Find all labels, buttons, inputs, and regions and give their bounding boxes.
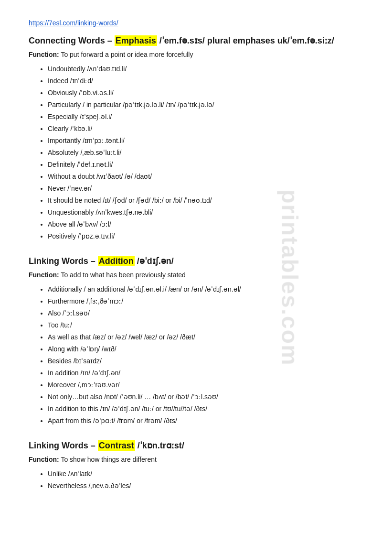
list-contrast: Unlike /ʌnˈlaɪk/Nevertheless /ˌnev.ə.ðəˈ… <box>29 469 363 491</box>
function-line-contrast: Function: To show how things are differe… <box>29 456 363 463</box>
title-before-addition: Linking Words – <box>29 256 98 266</box>
list-item: As well as that /æz/ or /əz/ /wel/ /æz/ … <box>48 332 363 342</box>
function-text-addition: To add to what has been previously state… <box>59 271 186 279</box>
section-title-contrast: Linking Words – Contrast /ˈkɒn.trɑːst/ <box>29 440 363 451</box>
list-item: Too /tuː/ <box>48 320 363 330</box>
list-item: Particularly / in particular /pəˈtɪk.jə.… <box>48 100 363 110</box>
list-item: Not only…but also /nɒt/ /ˈəʊn.li/ … /bʌt… <box>48 392 363 402</box>
list-item: Definitely /ˈdef.ɪ.nət.li/ <box>48 160 363 170</box>
title-after-emphasis: /ˈem.fə.sɪs/ plural emphases uk/ˈem.fə.s… <box>157 36 334 45</box>
list-item: Moreover /ˌmɔːˈrəʊ.vər/ <box>48 380 363 390</box>
title-after-contrast: /ˈkɒn.trɑːst/ <box>135 441 184 450</box>
function-line-addition: Function: To add to what has been previo… <box>29 271 363 279</box>
function-label-addition: Function: <box>29 271 59 279</box>
list-item: Additionally / an additional /əˈdɪʃ.ən.ə… <box>48 284 363 294</box>
list-item: Above all /əˈbʌv/ /ɔːl/ <box>48 219 363 229</box>
list-item: Never /ˈnev.ər/ <box>48 184 363 194</box>
source-link[interactable]: https://7esl.com/linking-words/ <box>29 19 118 27</box>
list-addition: Additionally / an additional /əˈdɪʃ.ən.ə… <box>29 284 363 426</box>
list-item: It should be noted /ɪt/ /ʃʊd/ or /ʃəd/ /… <box>48 196 363 206</box>
section-title-addition: Linking Words – Addition /əˈdɪʃ.ən/ <box>29 256 363 266</box>
list-item: Also /ˈɔːl.səʊ/ <box>48 308 363 318</box>
list-item: In addition to this /ɪn/ /əˈdɪʃ.ən/ /tuː… <box>48 404 363 414</box>
list-item: Besides /bɪˈsaɪdz/ <box>48 356 363 366</box>
list-item: Furthermore /ˌfɜːˌðəˈmɔː/ <box>48 296 363 306</box>
function-label-emphasis: Function: <box>29 51 59 58</box>
list-item: Nevertheless /ˌnev.ə.ðəˈles/ <box>48 481 363 491</box>
title-highlight-contrast: Contrast <box>98 440 135 451</box>
list-emphasis: Undoubtedly /ʌnˈdaʊ.tɪd.li/Indeed /ɪnˈdi… <box>29 64 363 241</box>
section-title-emphasis: Connecting Words – Emphasis /ˈem.fə.sɪs/… <box>29 35 363 46</box>
list-item: Unlike /ʌnˈlaɪk/ <box>48 469 363 479</box>
source-link-container: https://7esl.com/linking-words/ <box>29 19 363 27</box>
list-item: Importantly /ɪmˈpɔː.tənt.li/ <box>48 136 363 146</box>
title-before-contrast: Linking Words – <box>29 441 98 450</box>
section-contrast: Linking Words – Contrast /ˈkɒn.trɑːst/Fu… <box>29 440 363 491</box>
function-text-emphasis: To put forward a point or idea more forc… <box>59 51 193 58</box>
list-item: Apart from this /əˈpɑːt/ /frɒm/ or /frəm… <box>48 416 363 426</box>
function-line-emphasis: Function: To put forward a point or idea… <box>29 51 363 58</box>
list-item: Unquestionably /ʌnˈkwes.tʃə.nə.bli/ <box>48 207 363 218</box>
title-highlight-emphasis: Emphasis <box>115 35 157 46</box>
function-label-contrast: Function: <box>29 456 59 463</box>
list-item: Clearly /ˈklɪə.li/ <box>48 124 363 134</box>
list-item: Undoubtedly /ʌnˈdaʊ.tɪd.li/ <box>48 64 363 74</box>
list-item: Positively /ˈpɒz.ə.tɪv.li/ <box>48 231 363 241</box>
title-highlight-addition: Addition <box>98 256 135 266</box>
title-before-emphasis: Connecting Words – <box>29 36 115 45</box>
list-item: Without a doubt /wɪˈðaʊt/ /ə/ /daʊt/ <box>48 172 363 182</box>
section-addition: Linking Words – Addition /əˈdɪʃ.ən/Funct… <box>29 256 363 426</box>
list-item: In addition /ɪn/ /əˈdɪʃ.ən/ <box>48 368 363 378</box>
title-after-addition: /əˈdɪʃ.ən/ <box>135 256 174 266</box>
list-item: Along with /əˈlɒŋ/ /wɪð/ <box>48 344 363 354</box>
list-item: Absolutely /ˌæb.səˈluːt.li/ <box>48 148 363 158</box>
section-emphasis: Connecting Words – Emphasis /ˈem.fə.sɪs/… <box>29 35 363 241</box>
list-item: Indeed /ɪnˈdiːd/ <box>48 76 363 86</box>
function-text-contrast: To show how things are different <box>59 456 157 463</box>
list-item: Obviously /ˈɒb.vi.əs.li/ <box>48 88 363 98</box>
list-item: Especially /ɪˈspeʃ.əl.i/ <box>48 112 363 122</box>
